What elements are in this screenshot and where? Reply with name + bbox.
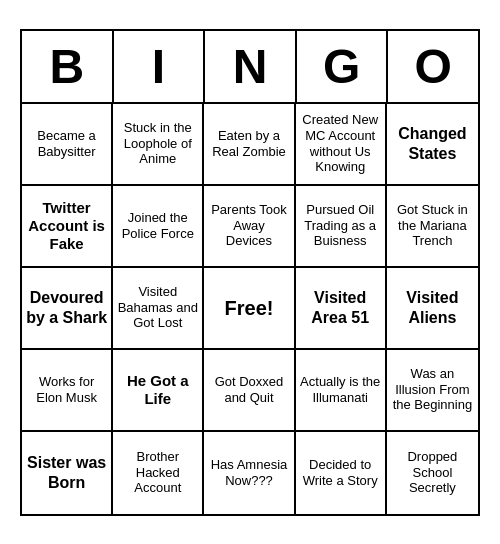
bingo-cell-10[interactable]: Devoured by a Shark [22,268,113,350]
bingo-cell-15[interactable]: Works for Elon Musk [22,350,113,432]
bingo-cell-22[interactable]: Has Amnesia Now??? [204,432,295,514]
bingo-cell-21[interactable]: Brother Hacked Account [113,432,204,514]
bingo-cell-6[interactable]: Joined the Police Force [113,186,204,268]
header-letter-o: O [388,31,478,102]
bingo-cell-23[interactable]: Decided to Write a Story [296,432,387,514]
header-letter-g: G [297,31,389,102]
bingo-cell-19[interactable]: Was an Illusion From the Beginning [387,350,478,432]
bingo-cell-8[interactable]: Pursued Oil Trading as a Buisness [296,186,387,268]
bingo-cell-4[interactable]: Changed States [387,104,478,186]
bingo-cell-5[interactable]: Twitter Account is Fake [22,186,113,268]
bingo-cell-13[interactable]: Visited Area 51 [296,268,387,350]
bingo-cell-24[interactable]: Dropped School Secretly [387,432,478,514]
bingo-cell-0[interactable]: Became a Babysitter [22,104,113,186]
bingo-cell-11[interactable]: Visited Bahamas and Got Lost [113,268,204,350]
bingo-header: BINGO [22,31,478,104]
bingo-cell-20[interactable]: Sister was Born [22,432,113,514]
bingo-cell-14[interactable]: Visited Aliens [387,268,478,350]
header-letter-b: B [22,31,114,102]
bingo-cell-3[interactable]: Created New MC Account without Us Knowin… [296,104,387,186]
bingo-cell-17[interactable]: Got Doxxed and Quit [204,350,295,432]
bingo-cell-9[interactable]: Got Stuck in the Mariana Trench [387,186,478,268]
bingo-cell-2[interactable]: Eaten by a Real Zombie [204,104,295,186]
bingo-cell-18[interactable]: Actually is the Illumanati [296,350,387,432]
header-letter-n: N [205,31,297,102]
bingo-cell-7[interactable]: Parents Took Away Devices [204,186,295,268]
bingo-cell-12[interactable]: Free! [204,268,295,350]
header-letter-i: I [114,31,206,102]
bingo-grid: Became a BabysitterStuck in the Loophole… [22,104,478,514]
bingo-cell-16[interactable]: He Got a Life [113,350,204,432]
bingo-card: BINGO Became a BabysitterStuck in the Lo… [20,29,480,516]
bingo-cell-1[interactable]: Stuck in the Loophole of Anime [113,104,204,186]
